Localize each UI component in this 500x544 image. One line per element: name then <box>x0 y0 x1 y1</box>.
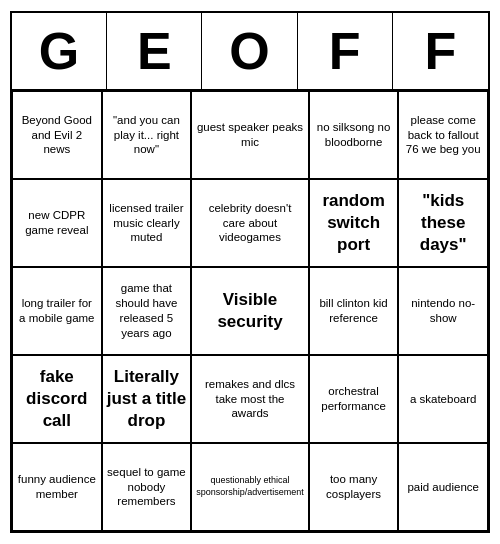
bingo-cell: a skateboard <box>398 355 488 443</box>
bingo-cell: game that should have released 5 years a… <box>102 267 192 355</box>
bingo-cell: too many cosplayers <box>309 443 399 531</box>
bingo-cell: fake discord call <box>12 355 102 443</box>
bingo-cell: guest speaker peaks mic <box>191 91 309 179</box>
bingo-cell: remakes and dlcs take most the awards <box>191 355 309 443</box>
bingo-cell: bill clinton kid reference <box>309 267 399 355</box>
bingo-cell: long trailer for a mobile game <box>12 267 102 355</box>
header-letter: F <box>393 13 488 89</box>
bingo-cell: "kids these days" <box>398 179 488 267</box>
bingo-cell: Literally just a title drop <box>102 355 192 443</box>
bingo-grid: Beyond Good and Evil 2 news"and you can … <box>12 91 488 531</box>
bingo-cell: Beyond Good and Evil 2 news <box>12 91 102 179</box>
bingo-header: GEOFF <box>12 13 488 91</box>
bingo-cell: nintendo no-show <box>398 267 488 355</box>
bingo-cell: celebrity doesn't care about videogames <box>191 179 309 267</box>
bingo-cell: orchestral performance <box>309 355 399 443</box>
bingo-cell: please come back to fallout 76 we beg yo… <box>398 91 488 179</box>
bingo-cell: paid audience <box>398 443 488 531</box>
header-letter: F <box>298 13 393 89</box>
bingo-cell: no silksong no bloodborne <box>309 91 399 179</box>
bingo-cell: Visible security <box>191 267 309 355</box>
bingo-cell: funny audience member <box>12 443 102 531</box>
bingo-cell: random switch port <box>309 179 399 267</box>
bingo-cell: new CDPR game reveal <box>12 179 102 267</box>
bingo-cell: sequel to game nobody remembers <box>102 443 192 531</box>
bingo-cell: licensed trailer music clearly muted <box>102 179 192 267</box>
bingo-card: GEOFF Beyond Good and Evil 2 news"and yo… <box>10 11 490 533</box>
bingo-cell: "and you can play it... right now" <box>102 91 192 179</box>
header-letter: G <box>12 13 107 89</box>
header-letter: O <box>202 13 297 89</box>
header-letter: E <box>107 13 202 89</box>
bingo-cell: questionably ethical sponsorship/adverti… <box>191 443 309 531</box>
